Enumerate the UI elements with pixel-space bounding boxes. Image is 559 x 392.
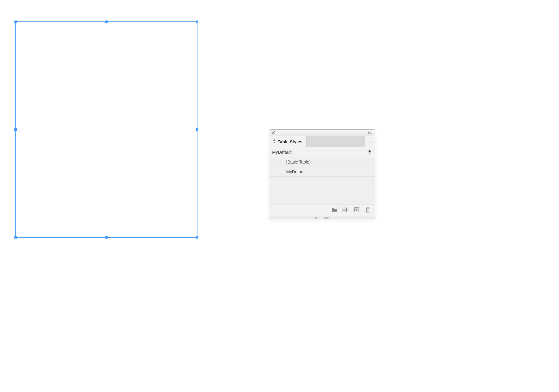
new-style-icon [354, 207, 359, 213]
clear-overrides-button[interactable] [343, 207, 349, 213]
resize-handle-top-left[interactable] [14, 20, 17, 23]
panel-titlebar[interactable] [269, 130, 375, 136]
style-name: [Basic Table] [286, 160, 310, 164]
resize-handle-bottom-middle[interactable] [105, 236, 108, 239]
menu-icon [368, 139, 373, 145]
resize-handle-bottom-right[interactable] [196, 236, 199, 239]
panel-resize-grip[interactable] [269, 216, 375, 219]
up-down-icon[interactable] [273, 139, 276, 144]
margin-guide-top [7, 13, 559, 13]
resize-handle-middle-left[interactable] [14, 128, 17, 131]
folder-icon [332, 208, 337, 213]
panel-menu-button[interactable] [365, 136, 375, 147]
resize-handle-bottom-left[interactable] [14, 236, 17, 239]
svg-rect-0 [332, 208, 337, 208]
active-style-name: MyDefault [272, 150, 291, 155]
grip-lines-icon [315, 217, 329, 219]
tab-table-styles[interactable]: Table Styles [269, 136, 306, 147]
close-icon[interactable] [272, 131, 275, 134]
active-style-row[interactable]: MyDefault [269, 147, 375, 157]
table-styles-panel[interactable]: Table Styles MyDefault [Basic Table] MyD… [269, 129, 375, 219]
selected-frame[interactable] [15, 21, 197, 238]
delete-style-button[interactable] [365, 207, 371, 213]
clear-override-icon [343, 207, 349, 213]
panel-footer [269, 205, 375, 216]
style-name: MyDefault [286, 169, 306, 174]
margin-guide-left [7, 13, 7, 392]
trash-icon [365, 207, 370, 214]
collapse-icon[interactable] [367, 131, 373, 134]
resize-handle-top-middle[interactable] [105, 20, 108, 23]
resize-handle-top-right[interactable] [196, 20, 199, 23]
tab-label: Table Styles [278, 139, 302, 144]
list-item[interactable]: MyDefault [269, 167, 375, 177]
lightning-icon[interactable] [368, 149, 372, 156]
list-item[interactable]: [Basic Table] [269, 157, 375, 167]
style-list: [Basic Table] MyDefault [269, 157, 375, 205]
new-group-button[interactable] [332, 207, 338, 213]
new-style-button[interactable] [354, 207, 360, 213]
tab-empty-area [306, 136, 365, 147]
panel-tabs: Table Styles [269, 136, 375, 147]
list-empty-area [269, 177, 375, 205]
resize-handle-middle-right[interactable] [196, 128, 199, 131]
